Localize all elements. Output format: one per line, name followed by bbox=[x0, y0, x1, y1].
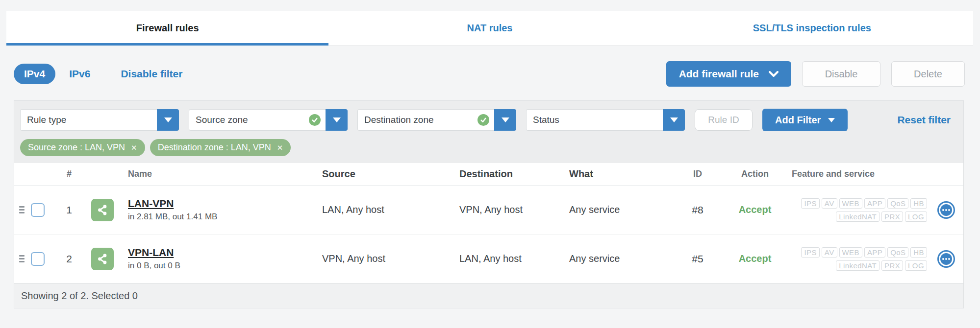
feature-badge: HB bbox=[910, 198, 927, 209]
feature-badge: IPS bbox=[801, 247, 819, 258]
feature-badge: QoS bbox=[887, 198, 908, 209]
filter-dropdown-destination-zone: Destination zone bbox=[357, 109, 516, 131]
rule-traffic-stats: in 0 B, out 0 B bbox=[128, 261, 322, 271]
destination-zone-label: Destination zone bbox=[364, 115, 434, 125]
tab-label: NAT rules bbox=[467, 23, 513, 34]
rule-type-tabs: Firewall rules NAT rules SSL/TLS inspect… bbox=[6, 11, 973, 46]
rule-name-link[interactable]: LAN-VPN bbox=[128, 198, 174, 210]
chip-label: Source zone : LAN, VPN bbox=[28, 142, 125, 153]
tab-label: SSL/TLS inspection rules bbox=[753, 23, 871, 34]
feature-badge: PRX bbox=[881, 260, 903, 271]
source-zone-field[interactable]: Source zone bbox=[189, 109, 326, 131]
active-filter-chips: Source zone : LAN, VPN ✕ Destination zon… bbox=[20, 139, 955, 156]
table-row: 1 LAN-VPN in 2.81 MB, out 1.41 MB LAN, A… bbox=[14, 186, 963, 234]
feature-badge: PRX bbox=[881, 211, 903, 222]
filter-dropdown-rule-type: Rule type bbox=[20, 109, 179, 131]
status-field[interactable]: Status bbox=[526, 109, 663, 131]
rule-type-field[interactable]: Rule type bbox=[20, 109, 157, 131]
table-header: # Name Source Destination What ID Action… bbox=[14, 163, 963, 186]
rule-type-label: Rule type bbox=[27, 115, 66, 125]
filter-dropdown-status: Status bbox=[526, 109, 685, 131]
tab-firewall-rules[interactable]: Firewall rules bbox=[6, 11, 328, 45]
tab-nat-rules[interactable]: NAT rules bbox=[328, 11, 651, 45]
ellipsis-icon bbox=[940, 204, 952, 216]
delete-button[interactable]: Delete bbox=[891, 61, 965, 87]
drag-handle-icon[interactable] bbox=[19, 206, 25, 213]
feature-badges: IPS AV WEB APP QoS HB LinkedNAT PRX LOG bbox=[792, 247, 927, 271]
row-checkbox[interactable] bbox=[31, 252, 45, 266]
add-firewall-rule-label: Add firewall rule bbox=[679, 68, 759, 80]
triangle-down-icon bbox=[333, 117, 341, 122]
rule-type-dropdown-button[interactable] bbox=[157, 109, 179, 131]
column-name: Name bbox=[122, 169, 322, 179]
feature-badge: WEB bbox=[839, 198, 862, 209]
source-zone-label: Source zone bbox=[196, 115, 248, 125]
showing-summary: Showing 2 of 2. Selected 0 bbox=[21, 290, 138, 302]
filter-row: Rule type Source zone Destinati bbox=[20, 109, 955, 131]
rule-id-input[interactable] bbox=[695, 109, 753, 131]
toolbar: IPv4 IPv6 Disable filter Add firewall ru… bbox=[14, 61, 965, 87]
feature-badge: AV bbox=[822, 247, 837, 258]
row-menu-button[interactable] bbox=[937, 201, 955, 219]
rule-action: Accept bbox=[739, 253, 772, 264]
feature-badge: APP bbox=[864, 247, 885, 258]
row-number: 2 bbox=[55, 253, 83, 265]
column-destination: Destination bbox=[459, 168, 569, 180]
rule-id: #5 bbox=[677, 253, 718, 265]
firewall-rules-page: Firewall rules NAT rules SSL/TLS inspect… bbox=[0, 0, 980, 328]
destination-zone-dropdown-button[interactable] bbox=[494, 109, 516, 131]
filter-area: Rule type Source zone Destinati bbox=[14, 101, 963, 163]
reset-filter-link[interactable]: Reset filter bbox=[897, 114, 955, 126]
column-number: # bbox=[55, 169, 83, 179]
status-label: Status bbox=[533, 115, 559, 125]
remove-chip-icon[interactable]: ✕ bbox=[277, 143, 283, 152]
rule-source: VPN, Any host bbox=[322, 253, 459, 264]
table-row: 2 VPN-LAN in 0 B, out 0 B VPN, Any host … bbox=[14, 234, 963, 283]
column-what: What bbox=[569, 168, 677, 180]
add-filter-button[interactable]: Add Filter bbox=[762, 109, 848, 131]
filter-chip-source-zone[interactable]: Source zone : LAN, VPN ✕ bbox=[20, 139, 145, 156]
rule-name-link[interactable]: VPN-LAN bbox=[128, 247, 174, 258]
feature-badge: LinkedNAT bbox=[836, 260, 879, 271]
filter-chip-destination-zone[interactable]: Destination zone : LAN, VPN ✕ bbox=[150, 139, 291, 156]
remove-chip-icon[interactable]: ✕ bbox=[131, 143, 137, 152]
feature-badge: APP bbox=[864, 198, 885, 209]
traffic-share-icon bbox=[91, 248, 114, 270]
feature-badge: IPS bbox=[801, 198, 819, 209]
check-circle-icon bbox=[309, 114, 321, 126]
destination-zone-field[interactable]: Destination zone bbox=[357, 109, 494, 131]
feature-badge: LinkedNAT bbox=[836, 211, 879, 222]
triangle-down-icon bbox=[502, 117, 509, 122]
toolbar-actions: Add firewall rule Disable Delete bbox=[666, 61, 965, 87]
ipv6-toggle[interactable]: IPv6 bbox=[69, 68, 90, 80]
feature-badge: WEB bbox=[839, 247, 862, 258]
column-feature-and-service: Feature and service bbox=[792, 169, 929, 179]
tab-ssl-tls-inspection-rules[interactable]: SSL/TLS inspection rules bbox=[651, 11, 973, 45]
rule-source: LAN, Any host bbox=[322, 204, 459, 215]
rule-destination: LAN, Any host bbox=[459, 253, 569, 264]
rules-panel: Rule type Source zone Destinati bbox=[14, 100, 964, 308]
column-id: ID bbox=[677, 169, 718, 179]
disable-filter-link[interactable]: Disable filter bbox=[121, 68, 182, 80]
rule-action: Accept bbox=[739, 204, 772, 215]
table-footer: Showing 2 of 2. Selected 0 bbox=[14, 283, 963, 308]
feature-badges: IPS AV WEB APP QoS HB LinkedNAT PRX LOG bbox=[792, 198, 927, 222]
triangle-down-icon bbox=[670, 117, 678, 122]
ellipsis-icon bbox=[940, 253, 952, 265]
source-zone-dropdown-button[interactable] bbox=[326, 109, 348, 131]
filter-dropdown-source-zone: Source zone bbox=[189, 109, 348, 131]
feature-badge: LOG bbox=[905, 211, 927, 222]
column-source: Source bbox=[322, 168, 459, 180]
row-checkbox[interactable] bbox=[31, 203, 45, 217]
drag-handle-icon[interactable] bbox=[19, 255, 25, 262]
add-firewall-rule-button[interactable]: Add firewall rule bbox=[666, 61, 791, 87]
ipv4-toggle[interactable]: IPv4 bbox=[14, 64, 55, 84]
add-filter-label: Add Filter bbox=[775, 115, 821, 126]
chip-label: Destination zone : LAN, VPN bbox=[158, 142, 271, 153]
status-dropdown-button[interactable] bbox=[663, 109, 685, 131]
row-menu-button[interactable] bbox=[937, 250, 955, 268]
rule-destination: VPN, Any host bbox=[459, 204, 569, 215]
feature-badge: AV bbox=[822, 198, 837, 209]
triangle-down-icon bbox=[828, 118, 835, 122]
disable-button[interactable]: Disable bbox=[802, 61, 880, 87]
